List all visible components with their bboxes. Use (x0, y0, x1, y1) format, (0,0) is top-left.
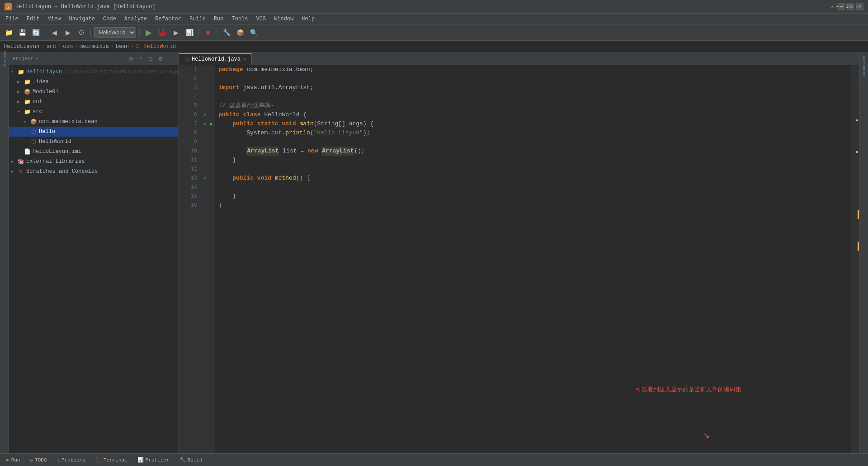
project-dropdown[interactable]: HelloWorld (94, 27, 136, 38)
tab-todo[interactable]: ☑ TODO (25, 456, 51, 464)
breadcrumb-item-1[interactable]: src (46, 43, 56, 50)
structure-icon[interactable]: Structure (862, 56, 866, 76)
back-button[interactable]: ◀ (48, 27, 60, 38)
tree-item-iml[interactable]: 📄 HelloLiayun.iml (9, 147, 178, 157)
todo-tab-label: TODO (35, 457, 47, 463)
search-everywhere[interactable]: 🔍 (248, 27, 259, 38)
problems-tab-icon: ⚠ (57, 457, 60, 463)
debug-button[interactable]: 🐞 (156, 27, 168, 38)
tree-item-root[interactable]: ▾ 📁 HelloLiayun C:\Users\32120\IdeaProje… (9, 67, 178, 77)
forward-button[interactable]: ▶ (62, 27, 74, 38)
menu-vcs[interactable]: VCS (253, 15, 270, 23)
menu-tools[interactable]: Tools (228, 15, 252, 23)
menu-analyze[interactable]: Analyze (121, 15, 151, 23)
panel-close-button[interactable]: ─ (166, 55, 175, 63)
menu-refactor[interactable]: Refactor (151, 15, 185, 23)
favorites-icon[interactable]: ☆ (862, 86, 866, 90)
tree-item-ext-libs[interactable]: ▶ 📚 External Libraries (9, 157, 178, 166)
folder-icon-idea: 📁 (24, 78, 31, 86)
editor-area: ⬡ HelloWorld.java ✕ ⚠ 4 ✓ 1 ▲ ▾ 1 2 3 4 … (179, 52, 859, 453)
menu-build[interactable]: Build (186, 15, 209, 23)
project-panel: Project ▾ ◎ ≡ ⊟ ⚙ ─ ▾ 📁 HelloLiayun C:\U… (9, 52, 179, 453)
code-line-3: import java.util.ArrayList; (218, 83, 847, 92)
warning-icon: ⚠ (831, 4, 834, 10)
breadcrumb-item-5[interactable]: ⬡ HelloWorld (136, 43, 176, 50)
menu-view[interactable]: View (44, 15, 65, 23)
breadcrumb-item-3[interactable]: meimeixia (80, 43, 109, 50)
menu-edit[interactable]: Edit (23, 15, 43, 23)
editor-tabs: ⬡ HelloWorld.java ✕ ⚠ 4 ✓ 1 ▲ ▾ (179, 52, 859, 65)
breadcrumb-item-4[interactable]: bean (116, 43, 129, 50)
settings-button[interactable]: 🔧 (221, 27, 232, 38)
java-file-icon: ⬡ (30, 128, 37, 135)
code-content[interactable]: package com.meimeixia.bean; import java.… (215, 65, 851, 453)
menu-window[interactable]: Window (270, 15, 297, 23)
expand-arrow-idea: ▶ (17, 79, 24, 85)
tab-problems[interactable]: ⚠ Problems (52, 456, 90, 464)
code-line-5: // 这是单行注释哦~ (218, 101, 847, 110)
code-line-1: package com.meimeixia.bean; (218, 65, 847, 74)
title-bar-left: J HelloLiayun - HelloWorld.java [HelloLi… (5, 3, 156, 10)
tree-item-hello[interactable]: ⬡ Hello (9, 127, 178, 137)
fold-gutter: ▾ ▾ ▾ (201, 65, 208, 453)
profiler-tab-label: Profiler (146, 457, 170, 463)
expand-arrow-src: ▾ (17, 109, 24, 114)
save-button[interactable]: 💾 (16, 27, 28, 38)
menu-file[interactable]: File (2, 15, 22, 23)
breadcrumb-item-0[interactable]: HelloLiayun (4, 43, 39, 50)
tab-terminal[interactable]: ⬛ Terminal (91, 456, 132, 464)
tree-item-scratches[interactable]: ▶ ✎ Scratches and Consoles (9, 166, 178, 176)
tree-item-module01[interactable]: ▶ 📦 Module01 (9, 87, 178, 97)
profiler-tab-icon: 📊 (137, 457, 144, 463)
run-arrow-7[interactable]: ▶ (208, 119, 215, 128)
tree-item-src[interactable]: ▾ 📁 src (9, 107, 178, 117)
tree-item-idea[interactable]: ▶ 📁 .idea (9, 77, 178, 87)
code-line-2 (218, 74, 847, 83)
tab-profiler[interactable]: 📊 Profiler (133, 456, 174, 464)
run-with-coverage[interactable]: ▶ (170, 27, 182, 38)
build-tab-icon: 🔨 (179, 457, 186, 463)
tab-label: HelloWorld.java (192, 56, 241, 62)
panel-settings-button[interactable]: ⚙ (156, 55, 165, 63)
svg-text:J: J (7, 5, 9, 10)
sdk-button[interactable]: 📦 (234, 27, 246, 38)
profile-button[interactable]: 📊 (184, 27, 195, 38)
run-gutter: ▶ (208, 65, 215, 453)
java-file-icon-hw: ⬡ (30, 138, 37, 145)
panel-expand-button[interactable]: ≡ (137, 55, 145, 63)
tree-item-helloworld[interactable]: ⬡ HelloWorld (9, 137, 178, 147)
folder-icon-src: 📁 (24, 108, 31, 115)
project-icon[interactable]: Project (0, 54, 9, 62)
menu-help[interactable]: Help (298, 15, 318, 23)
tab-java-icon: ⬡ (184, 57, 189, 62)
tab-helloworld[interactable]: ⬡ HelloWorld.java ✕ (179, 53, 252, 65)
recent-button[interactable]: ⏱ (75, 27, 87, 38)
menu-code[interactable]: Code (99, 15, 120, 23)
separator-2 (90, 28, 91, 37)
expand-warnings[interactable]: ▾ (855, 4, 858, 10)
tab-build[interactable]: 🔨 Build (175, 456, 207, 464)
menu-navigate[interactable]: Navigate (65, 15, 99, 23)
collapse-warnings[interactable]: ▲ (850, 4, 854, 9)
run-button[interactable]: ▶ (143, 27, 155, 38)
tree-item-out[interactable]: ▶ 📁 out (9, 97, 178, 107)
tab-close-button[interactable]: ✕ (243, 57, 246, 62)
tree-item-package[interactable]: ▾ 📦 com.meimeixia.bean (9, 117, 178, 127)
breadcrumb-item-2[interactable]: com (63, 43, 73, 50)
module-icon: 📦 (24, 88, 31, 95)
sync-button[interactable]: 🔄 (30, 27, 42, 38)
open-button[interactable]: 📁 (3, 27, 14, 38)
code-line-12 (218, 165, 847, 174)
tab-run[interactable]: ▶ Run (2, 456, 24, 464)
panel-locate-button[interactable]: ◎ (127, 55, 135, 63)
app-icon: J (5, 3, 12, 10)
project-panel-title: Project (13, 56, 33, 62)
code-line-10: ArrayList list = new ArrayList(); (218, 147, 847, 156)
stop-button[interactable]: ■ (202, 27, 214, 38)
panel-header-icons: ◎ ≡ ⊟ ⚙ ─ (127, 55, 175, 63)
menu-run[interactable]: Run (210, 15, 227, 23)
panel-collapse-button[interactable]: ⊟ (146, 55, 155, 63)
code-editor[interactable]: 1 2 3 4 5 6 7 8 9 10 11 12 13 14 15 16 (179, 65, 859, 453)
code-line-15: } (218, 192, 847, 201)
separator-1 (45, 28, 45, 37)
